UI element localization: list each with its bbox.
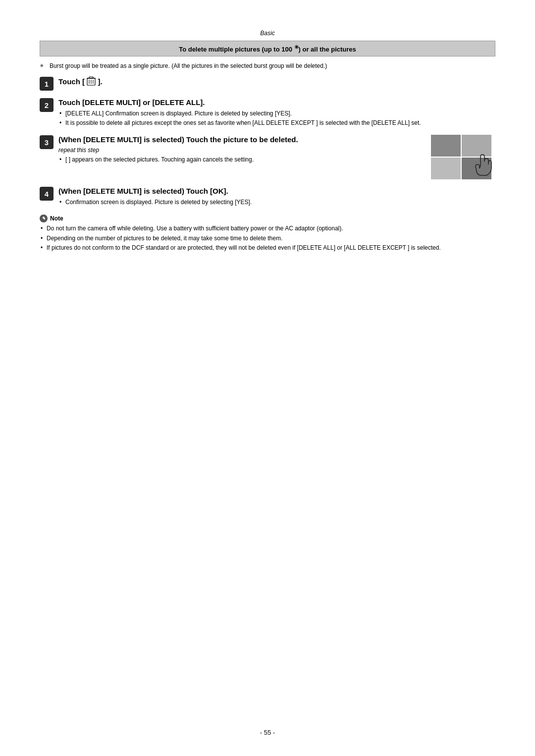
step-2: 2 Touch [DELETE MULTI] or [DELETE ALL]. … <box>40 98 495 128</box>
step-4: 4 (When [DELETE MULTI] is selected) Touc… <box>40 186 495 207</box>
step-3-title: (When [DELETE MULTI] is selected) Touch … <box>58 135 423 145</box>
note-title: ✎ Note <box>40 215 495 222</box>
img-cell-3 <box>431 158 461 179</box>
note-bullet-1: Do not turn the camera off while deletin… <box>40 224 495 233</box>
step-1-title: Touch [ ]. <box>58 76 495 89</box>
step-4-bullet-1: Confirmation screen is displayed. Pictur… <box>58 198 495 207</box>
step-4-title: (When [DELETE MULTI] is selected) Touch … <box>58 186 495 196</box>
step-4-number: 4 <box>40 187 54 201</box>
section-label: Basic <box>40 30 495 37</box>
step-4-bullets: Confirmation screen is displayed. Pictur… <box>58 198 495 207</box>
note-bullets: Do not turn the camera off while deletin… <box>40 224 495 252</box>
step-3-bullet-1: [ ] appears on the selected pictures. To… <box>58 156 423 164</box>
step-1-content: Touch [ ]. <box>58 76 495 91</box>
step-3-image <box>431 135 495 179</box>
note-label: Note <box>50 215 63 222</box>
step-3-subtitle: repeat this step <box>58 147 423 154</box>
asterisk-note: Burst group will be treated as a single … <box>40 62 495 69</box>
step-3-number: 3 <box>40 135 54 149</box>
step-3-wrapper: 3 (When [DELETE MULTI] is selected) Touc… <box>40 135 495 179</box>
step-3-bullets: [ ] appears on the selected pictures. To… <box>58 156 423 164</box>
step-2-title: Touch [DELETE MULTI] or [DELETE ALL]. <box>58 98 495 108</box>
page-number: - 55 - <box>0 729 535 736</box>
note-icon: ✎ <box>40 215 48 222</box>
note-bullet-2: Depending on the number of pictures to b… <box>40 234 495 243</box>
step-4-content: (When [DELETE MULTI] is selected) Touch … <box>58 186 495 207</box>
step-1: 1 Touch [ ]. <box>40 76 495 91</box>
hand-touch-icon <box>471 151 495 179</box>
img-cell-1 <box>431 135 461 157</box>
note-bullet-3: If pictures do not conform to the DCF st… <box>40 244 495 252</box>
step-2-bullet-2: It is possible to delete all pictures ex… <box>58 119 495 127</box>
step-1-number: 1 <box>40 77 54 91</box>
step-3-content: (When [DELETE MULTI] is selected) Touch … <box>58 135 423 164</box>
step-2-number: 2 <box>40 98 54 112</box>
trash-icon <box>87 76 96 89</box>
step-2-bullets: [DELETE ALL] Confirmation screen is disp… <box>58 109 495 127</box>
header-box: To delete multiple pictures (up to 100 ✳… <box>40 41 495 56</box>
note-section: ✎ Note Do not turn the camera off while … <box>40 215 495 252</box>
header-text: To delete multiple pictures (up to 100 ✳… <box>179 46 356 53</box>
page-container: Basic To delete multiple pictures (up to… <box>0 0 535 756</box>
step-2-bullet-1: [DELETE ALL] Confirmation screen is disp… <box>58 109 495 118</box>
step-2-content: Touch [DELETE MULTI] or [DELETE ALL]. [D… <box>58 98 495 128</box>
